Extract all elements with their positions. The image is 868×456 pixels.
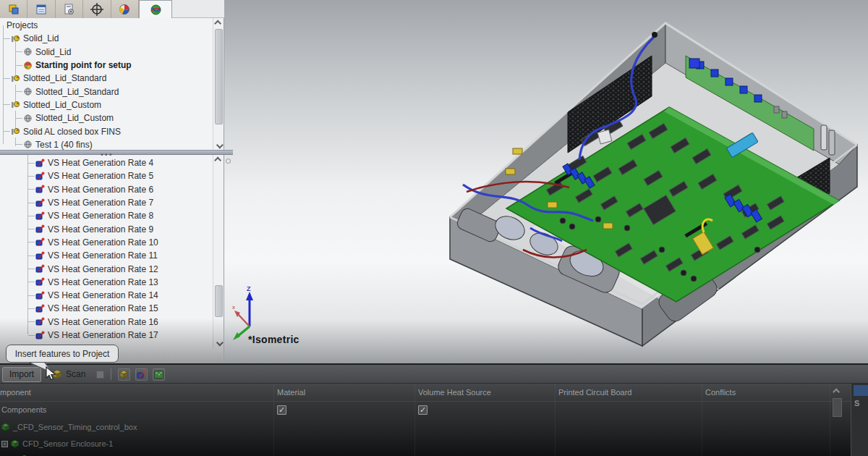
table-row-components[interactable]: Components [1,405,46,414]
heat-source-item[interactable]: VS Heat Generation Rate 8 [0,209,211,222]
configuration-manager-icon [63,4,75,15]
tree-study-starting-point[interactable]: Starting point for setup [0,59,211,72]
table-row-sensor-enclosure[interactable]: - CFD_Sensor Enclosure-1 [1,439,113,448]
heat-source-item[interactable]: VS Heat Generation Rate 10 [0,236,211,249]
tree-project[interactable]: Solid_Lid [0,32,211,45]
manager-tab-bar [0,0,224,18]
disabled-option-box [96,371,104,379]
volume-source-icon [35,237,45,247]
tree-scrollbar[interactable] [213,18,224,150]
tab-dimxpert-manager[interactable] [83,0,111,18]
graphics-viewport[interactable]: Z x *Isometric [224,0,868,363]
heat-source-item[interactable]: VS Heat Generation Rate 13 [0,276,211,289]
column-header-conflicts[interactable]: Conflicts [705,388,736,397]
3d-model-enclosure[interactable] [445,11,868,351]
column-header-component[interactable]: Component [0,388,80,397]
components-table[interactable]: Component Material Volume Heat Source Pr… [0,384,868,456]
tree-study[interactable]: Solid_Lid [0,46,211,59]
scrollbar-thumb[interactable] [215,29,223,124]
heat-source-item[interactable]: VS Heat Generation Rate 9 [0,222,211,235]
volume-source-icon [35,159,45,168]
simulation-projects-tree[interactable]: Projects Solid_Lid Solid_Lid [0,18,224,150]
tree-project[interactable]: Slotted_Lid_Standard [0,72,211,85]
volume-source-icon [35,224,45,234]
heat-sources-list[interactable]: VS Heat Generation Rate 4 VS Heat Genera… [0,155,224,347]
heat-source-item[interactable]: VS Heat Generation Rate 7 [0,196,211,209]
tab-property-manager[interactable] [27,0,55,18]
component-cube-icon [11,439,20,448]
triad-x-label: x [232,304,235,311]
column-header-volume-heat-source[interactable]: Volume Heat Source [418,388,491,397]
scroll-up-arrow[interactable] [213,18,224,28]
project-icon [11,100,20,109]
table-scroll-up-arrow[interactable] [832,387,843,397]
heat-source-item[interactable]: VS Heat Generation Rate 16 [0,316,211,329]
scroll-down-arrow[interactable] [213,337,224,347]
scrollbar-thumb[interactable] [215,285,223,317]
scroll-down-arrow[interactable] [213,140,224,150]
tree-project[interactable]: Slotted_Lid_Custom [0,98,211,111]
heat-source-item[interactable]: VS Heat Generation Rate 17 [0,329,211,342]
toolbar-separator [111,368,111,380]
volume-source-icon [35,198,45,208]
tree-study[interactable]: Slotted_Lid_Custom [0,111,211,124]
table-scrollbar-thumb[interactable] [833,398,842,417]
component-cube-icon [1,423,10,431]
study-icon [23,140,33,149]
clipped-right-panel: S [851,384,868,456]
heat-source-item[interactable]: VS Heat Generation Rate 11 [0,249,211,262]
import-components-panel: Import Scan [0,363,868,456]
property-manager-icon [35,4,47,15]
volume-source-icon [137,370,146,379]
volume-source-icon [35,291,45,300]
tab-feature-manager[interactable] [0,0,27,18]
pcb-icon [154,371,163,379]
volume-source-icon [35,304,45,313]
volume-source-icon [35,331,45,340]
tree-project[interactable]: Solid AL closed box FINS [0,124,211,138]
triad-z-label: Z [247,285,251,292]
show-boxes-toggle[interactable] [118,368,130,381]
tab-display-manager[interactable] [111,0,139,18]
mouse-cursor [45,366,56,381]
show-heat-sources-toggle[interactable] [135,368,148,381]
material-checkbox[interactable] [277,405,286,415]
volume-source-icon [35,251,45,261]
tree-study[interactable]: Slotted_Lid_Standard [0,85,211,98]
flyout-pin[interactable] [226,159,231,164]
project-icon [11,74,20,83]
column-header-printed-circuit-board[interactable]: Printed Circuit Board [558,388,632,397]
list-scrollbar[interactable] [213,155,224,347]
tab-configuration-manager[interactable] [56,0,83,18]
heat-source-item[interactable]: VS Heat Generation Rate 6 [0,183,211,196]
table-row-timing-control-box[interactable]: _CFD_Sensor_Timing_control_box [1,423,137,431]
tab-flow-simulation-active[interactable] [139,0,172,18]
volume-heat-source-checkbox[interactable] [418,405,427,415]
feature-tree-panel: Projects Solid_Lid Solid_Lid [0,0,224,363]
flow-simulation-app: { "tabs": { "items": [ {"icon": "feature… [0,0,868,456]
heat-source-item[interactable]: VS Heat Generation Rate 4 [0,156,211,169]
column-header-material[interactable]: Material [277,388,305,397]
heat-source-item[interactable]: VS Heat Generation Rate 15 [0,302,211,315]
study-icon [23,47,33,56]
actions-toolbar: Import Scan [0,366,868,384]
project-icon [11,34,20,43]
scroll-up-arrow[interactable] [213,155,224,165]
heat-source-item[interactable]: VS Heat Generation Rate 12 [0,262,211,275]
features-tree-icon [8,4,20,15]
heat-source-item[interactable]: VS Heat Generation Rate 5 [0,169,211,182]
clipped-panel-label: S [854,399,859,408]
heat-source-item[interactable]: VS Heat Generation Rate 14 [0,289,211,302]
tree-root-projects[interactable]: Projects [0,19,211,32]
study-icon [23,87,33,96]
pane-splitter[interactable]: ••• [0,150,233,155]
study-icon [23,114,33,123]
volume-source-icon [35,211,45,221]
volume-source-icon [35,185,45,194]
tree-study[interactable]: Test 1 (40 fins) [0,138,211,150]
display-manager-icon [119,4,130,15]
volume-source-icon [35,317,45,326]
show-pcb-toggle[interactable] [153,368,165,381]
collapse-expander-icon[interactable]: - [1,441,8,447]
dimxpert-icon [90,3,103,16]
